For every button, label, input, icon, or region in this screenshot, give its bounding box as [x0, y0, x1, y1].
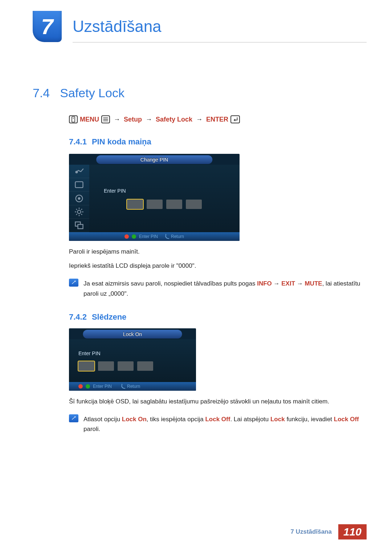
footer-chapter-label: 7 Uzstādīšana	[291, 528, 332, 535]
section-number: 7.4	[33, 86, 50, 100]
page-number: 110	[338, 524, 367, 539]
chapter-title: Uzstādīšana	[73, 11, 162, 36]
svg-rect-0	[72, 117, 75, 122]
breadcrumb-safety-lock: Safety Lock	[156, 116, 192, 123]
note-text: Ja esat aizmirsis savu paroli, nospiedie…	[83, 279, 367, 298]
chapter-header: 7 Uzstādīšana	[33, 11, 367, 42]
zero-dot-icon	[78, 384, 83, 389]
footer-enter-pin: Enter PIN	[78, 384, 112, 389]
sidebar-picture-icon	[69, 178, 89, 192]
osd-enter-pin-label: Enter PIN	[104, 188, 126, 194]
note-lock-off: Lock Off	[334, 416, 359, 423]
return-icon	[121, 384, 126, 389]
arrow-icon: →	[196, 116, 203, 123]
footer-return-label: Return	[171, 234, 184, 239]
breadcrumb-menu: MENU	[80, 116, 99, 123]
subsection-number: 7.4.2	[69, 312, 87, 322]
note-text-part: paroli.	[83, 426, 100, 432]
note-icon	[69, 279, 78, 287]
osd-body: Enter PIN	[69, 339, 196, 382]
osd-footer: Enter PIN Return	[69, 232, 240, 241]
pin-digit-4[interactable]	[186, 200, 202, 209]
arrow-icon: →	[114, 116, 120, 123]
arrow-icon: →	[146, 116, 152, 123]
note-text-pre: Ja esat aizmirsis savu paroli, nospiedie…	[83, 280, 257, 287]
pin-digit-2[interactable]	[98, 361, 114, 371]
osd-enter-pin-label: Enter PIN	[78, 350, 101, 356]
osd-sidebar	[69, 165, 89, 232]
note-mute: MUTE	[305, 280, 322, 287]
menu-icon	[101, 115, 110, 123]
nine-dot-icon	[132, 234, 136, 239]
section-heading: 7.4 Safety Lock	[33, 86, 367, 100]
section-title: Safety Lock	[60, 86, 124, 100]
svg-point-5	[75, 171, 78, 173]
pin-digit-1[interactable]	[127, 200, 143, 209]
note-text-part: , tiks iespējota opcija	[147, 416, 205, 423]
svg-rect-4	[103, 120, 108, 121]
note-text-part: . Lai atspējotu	[230, 416, 270, 423]
arrow-icon: →	[274, 280, 280, 287]
footer-enter-pin-label: Enter PIN	[93, 384, 112, 389]
pin-input-row	[78, 361, 153, 371]
manual-page: 7 Uzstādīšana 7.4 Safety Lock MENU → Set…	[0, 0, 392, 554]
sidebar-sound-icon	[69, 192, 89, 205]
pin-input-row	[127, 200, 202, 209]
subsection-number: 7.4.1	[69, 137, 87, 147]
svg-rect-11	[78, 225, 83, 229]
note-icon	[69, 414, 78, 422]
note-lock: Lock	[270, 416, 285, 423]
note-info: INFO	[257, 280, 272, 287]
footer-return: Return	[121, 384, 140, 389]
paragraph: Iepriekš iestatītā LCD displeja parole i…	[69, 261, 367, 271]
note-text-part: Atlasot opciju	[83, 416, 122, 423]
subsection-title: PIN koda maiņa	[92, 137, 151, 147]
svg-rect-2	[103, 118, 108, 118]
footer-enter-pin-label: Enter PIN	[139, 234, 158, 239]
remote-icon	[69, 115, 78, 123]
note-lock-off: Lock Off	[205, 416, 230, 423]
chapter-number-tab: 7	[33, 11, 62, 42]
nine-dot-icon	[86, 384, 90, 389]
note-text-part: funkciju, ievadiet	[285, 416, 334, 423]
note-block: Atlasot opciju Lock On, tiks iespējota o…	[69, 414, 367, 434]
osd-title: Change PIN	[96, 155, 212, 164]
note-text: Atlasot opciju Lock On, tiks iespējota o…	[83, 414, 367, 434]
menu-breadcrumb: MENU → Setup → Safety Lock → ENTER	[69, 115, 367, 123]
enter-icon	[230, 115, 240, 123]
return-icon	[165, 234, 170, 239]
pin-digit-3[interactable]	[118, 361, 134, 371]
osd-panel: Change PIN Enter PIN	[69, 154, 240, 241]
paragraph: Šī funkcija bloķē OSD, lai saglabātu ies…	[69, 397, 367, 406]
svg-point-9	[77, 210, 81, 213]
note-lock-on: Lock On	[122, 416, 147, 423]
footer-return: Return	[165, 234, 184, 239]
breadcrumb-enter: ENTER	[206, 116, 228, 123]
arrow-icon: →	[297, 280, 303, 287]
footer-enter-pin: Enter PIN	[124, 234, 158, 239]
pin-digit-2[interactable]	[147, 200, 163, 209]
sidebar-input-icon	[69, 165, 89, 178]
osd-panel: Lock On Enter PIN Enter PIN R	[69, 328, 196, 391]
svg-rect-6	[75, 182, 83, 188]
paragraph: Paroli ir iespējams mainīt.	[69, 247, 367, 257]
osd-title: Lock On	[83, 330, 182, 338]
pin-digit-3[interactable]	[166, 200, 182, 209]
subsection-heading: 7.4.2 Slēdzene	[69, 312, 367, 322]
pin-digit-4[interactable]	[137, 361, 153, 371]
svg-rect-3	[103, 119, 108, 120]
subsection-title: Slēdzene	[92, 312, 126, 322]
subsection-heading: 7.4.1 PIN koda maiņa	[69, 137, 367, 147]
breadcrumb-setup: Setup	[124, 116, 142, 123]
footer-return-label: Return	[127, 384, 140, 389]
osd-body: Enter PIN	[89, 165, 240, 232]
osd-lock-on: Lock On Enter PIN Enter PIN R	[69, 328, 367, 391]
svg-point-8	[78, 197, 81, 200]
note-block: Ja esat aizmirsis savu paroli, nospiedie…	[69, 279, 367, 298]
osd-footer: Enter PIN Return	[69, 382, 196, 391]
note-exit: EXIT	[281, 280, 295, 287]
osd-change-pin: Change PIN Enter PIN	[69, 154, 367, 241]
pin-digit-1[interactable]	[78, 361, 94, 371]
zero-dot-icon	[124, 234, 129, 239]
sidebar-setup-icon	[69, 205, 89, 219]
